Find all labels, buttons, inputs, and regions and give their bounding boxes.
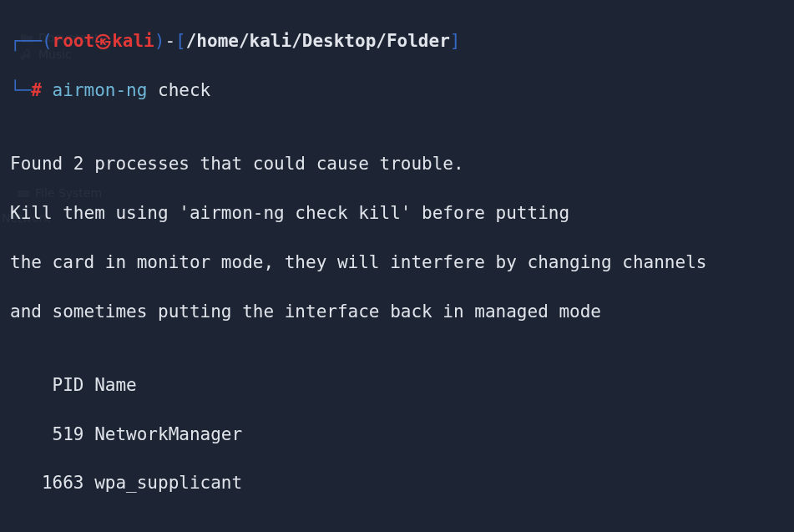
table-row: 519 NetworkManager (10, 423, 784, 447)
prompt-dash: - (164, 31, 175, 51)
prompt-bracket-close: ] (450, 31, 461, 51)
prompt-bracket-open: [ (175, 31, 186, 51)
output-line: the card in monitor mode, they will inte… (10, 251, 784, 275)
process-table-header: PID Name (10, 373, 784, 398)
output-line: Kill them using 'airmon-ng check kill' b… (10, 201, 784, 225)
prompt-user: root (53, 31, 95, 51)
table-row: 1663 wpa_supplicant (10, 471, 784, 495)
prompt-host: kali (112, 31, 154, 51)
cmd-binary: airmon-ng (53, 80, 148, 100)
skull-icon: ㉿ (94, 31, 112, 51)
terminal-output[interactable]: ┌──(root㉿kali)-[/home/kali/Desktop/Folde… (0, 0, 794, 532)
prompt-1-top: ┌──(root㉿kali)-[/home/kali/Desktop/Folde… (10, 29, 784, 53)
prompt-hash: # (31, 80, 42, 100)
box-draw-bottom: └─ (10, 80, 31, 100)
box-draw-top: ┌──( (10, 31, 53, 51)
prompt-close-paren: ) (154, 31, 165, 51)
output-line: and sometimes putting the interface back… (10, 300, 784, 324)
prompt-path: /home/kali/Desktop/Folder (186, 31, 450, 51)
cmd-args: check (147, 80, 210, 100)
output-line: Found 2 processes that could cause troub… (10, 152, 784, 176)
prompt-1-bottom: └─# airmon-ng check (10, 79, 784, 103)
